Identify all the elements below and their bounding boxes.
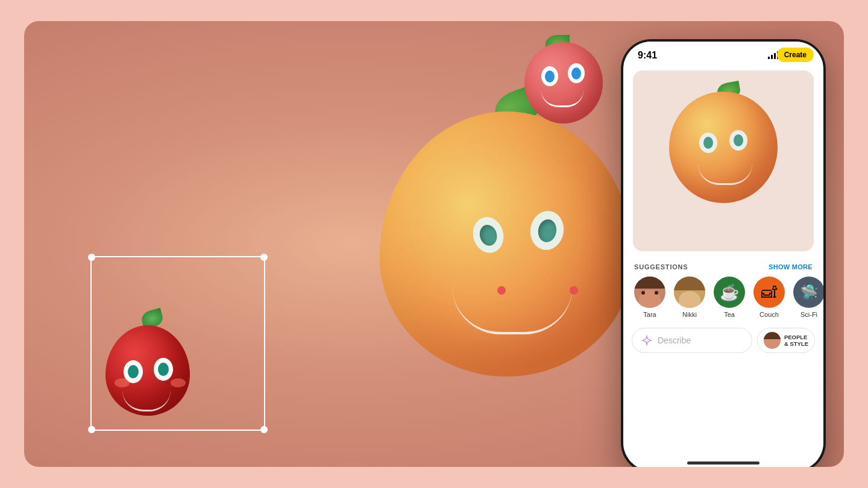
couch-label: Couch (760, 311, 779, 318)
phone-content-area: SUGGESTIONS SHOW MORE Tara (623, 64, 823, 458)
main-canvas: 9:41 (24, 21, 844, 467)
tea-icon: ☕ (714, 277, 745, 308)
people-style-avatar (764, 332, 781, 349)
peach-eye-right (527, 208, 567, 253)
people-style-button[interactable]: PEOPLE & STYLE (757, 328, 815, 353)
tea-label: Tea (724, 311, 735, 318)
pp-eye-left (699, 133, 717, 153)
peach-tongue-right (570, 286, 578, 295)
couch-icon: 🛋 (753, 277, 785, 308)
scifi-label: Sci-Fi (800, 311, 817, 318)
home-indicator (687, 461, 760, 465)
search-placeholder: Describe (658, 336, 691, 345)
create-button[interactable]: Create (777, 48, 814, 62)
peach-eye-left (469, 214, 508, 257)
phone-peach-display (663, 83, 784, 209)
search-input-container[interactable]: Describe (632, 328, 752, 353)
flying-peach-eye-left (541, 66, 558, 86)
selection-handle-bottom-right[interactable] (260, 426, 268, 433)
suggestion-item-tea[interactable]: ☕ Tea (714, 277, 745, 318)
nikki-label: Nikki (682, 311, 697, 318)
people-style-label: PEOPLE & STYLE (784, 334, 808, 348)
sparkle-icon (641, 334, 653, 346)
tara-hair (634, 277, 665, 289)
pp-body (669, 92, 778, 203)
flying-peach-smile (541, 90, 583, 107)
peach-flying-character[interactable] (518, 33, 609, 124)
suggestions-section: SUGGESTIONS SHOW MORE Tara (623, 257, 823, 323)
suggestion-item-couch[interactable]: 🛋 Couch (753, 277, 785, 318)
generated-image-area (633, 70, 814, 251)
suggestions-row: Tara Nikki (634, 277, 813, 318)
tara-label: Tara (643, 311, 656, 318)
search-bar-area: Describe PEOPLE & STYLE (623, 323, 823, 365)
nikki-hair (674, 277, 705, 290)
selection-handle-top-left[interactable] (88, 254, 95, 261)
pp-eye-right (729, 130, 747, 151)
phone-screen: 9:41 (623, 42, 823, 467)
pp-smile (698, 164, 752, 185)
tara-eye-right (655, 291, 658, 295)
selection-handle-bottom-left[interactable] (88, 426, 95, 433)
suggestion-item-tara[interactable]: Tara (634, 277, 665, 318)
suggestions-title: SUGGESTIONS (634, 263, 688, 271)
peach-smile (452, 286, 573, 334)
scifi-icon: 🛸 (793, 277, 823, 308)
selection-handle-top-right[interactable] (260, 254, 268, 261)
suggestion-item-nikki[interactable]: Nikki (674, 277, 705, 318)
flying-peach-body (524, 42, 603, 124)
phone-mockup: 9:41 (621, 39, 826, 467)
tara-avatar (634, 277, 665, 308)
nikki-skin (679, 291, 700, 308)
flying-peach-eye-right (568, 63, 585, 83)
peach-tongue-left (497, 286, 506, 295)
suggestion-item-scifi[interactable]: 🛸 Sci-Fi (793, 277, 823, 318)
peach-body (380, 111, 633, 377)
selection-box[interactable] (90, 256, 265, 431)
peach-main-character[interactable] (362, 87, 651, 401)
tara-eye-left (641, 291, 645, 295)
status-time: 9:41 (638, 50, 657, 61)
suggestions-header: SUGGESTIONS SHOW MORE (634, 263, 813, 271)
status-bar: 9:41 (623, 42, 823, 64)
show-more-button[interactable]: SHOW MORE (769, 263, 813, 271)
nikki-avatar (674, 277, 705, 308)
